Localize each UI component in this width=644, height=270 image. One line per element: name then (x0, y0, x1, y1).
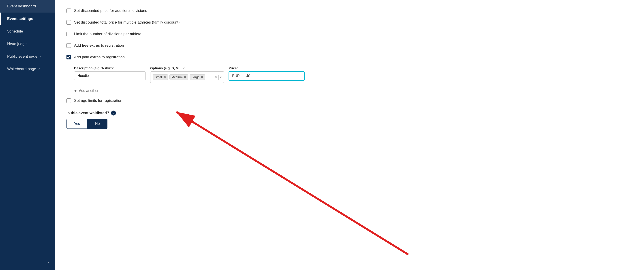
sidebar-collapse: ‹ (0, 258, 55, 266)
sidebar-item-public-event-page[interactable]: Public event page↗ (0, 50, 55, 63)
description-input[interactable] (74, 71, 146, 80)
add-another-label: Add another (79, 89, 98, 93)
tag-remove-large[interactable]: ✕ (201, 75, 203, 79)
options-field-group: Options (e.g. S, M, L): Small✕Medium✕Lar… (150, 66, 224, 83)
waitlisted-yes-button[interactable]: Yes (66, 119, 88, 129)
plus-icon: + (74, 88, 77, 93)
sidebar-item-schedule[interactable]: Schedule (0, 25, 55, 38)
option-tag-small: Small✕ (153, 74, 168, 80)
extras-section: Description (e.g. T-shirt): Options (e.g… (74, 66, 632, 93)
options-multiselect[interactable]: Small✕Medium✕Large✕ ✕ ▾ (150, 71, 224, 83)
discounted-total-price-label: Set discounted total price for multiple … (74, 20, 180, 25)
waitlisted-label: Is this event waitlisted? ? (66, 110, 632, 115)
discounted-price-divisions-checkbox[interactable] (66, 9, 71, 13)
sidebar-item-event-dashboard[interactable]: Event dashboard (0, 0, 55, 13)
help-icon[interactable]: ? (111, 110, 116, 115)
option-tag-large: Large✕ (190, 74, 205, 80)
free-extras-label: Add free extras to registration (74, 43, 124, 48)
description-label: Description (e.g. T-shirt): (74, 66, 146, 70)
discounted-total-price-checkbox[interactable] (66, 20, 71, 25)
options-label: Options (e.g. S, M, L): (150, 66, 224, 70)
paid-extras-checkbox[interactable] (66, 55, 71, 59)
discounted-price-divisions-label: Set discounted price for additional divi… (74, 8, 147, 14)
tag-remove-medium[interactable]: ✕ (184, 75, 186, 79)
free-extras-checkbox[interactable] (66, 43, 71, 48)
options-divider (218, 75, 219, 80)
sidebar-collapse-button[interactable]: ‹ (46, 258, 51, 266)
sidebar-item-event-settings[interactable]: Event settings (0, 13, 55, 25)
tag-label: Small (155, 75, 162, 79)
description-field-group: Description (e.g. T-shirt): (74, 66, 146, 80)
waitlisted-section: Is this event waitlisted? ? Yes No (66, 110, 632, 129)
tag-remove-small[interactable]: ✕ (164, 75, 166, 79)
price-currency: EUR (229, 72, 243, 80)
waitlisted-no-button[interactable]: No (88, 119, 107, 129)
waitlisted-label-text: Is this event waitlisted? (66, 111, 109, 115)
checkbox-row-free-extras: Add free extras to registration (66, 43, 632, 48)
limit-divisions-checkbox[interactable] (66, 32, 71, 36)
checkbox-row-paid-extras: Add paid extras to registration (66, 55, 632, 60)
option-tag-medium: Medium✕ (170, 74, 188, 80)
sidebar-item-whiteboard-page[interactable]: Whiteboard page↗ (0, 63, 55, 75)
options-controls: ✕ ▾ (214, 75, 222, 80)
sidebar-item-head-judge[interactable]: Head judge (0, 38, 55, 50)
tag-label: Large (192, 75, 200, 79)
options-clear-button[interactable]: ✕ (214, 75, 217, 79)
age-limits-checkbox[interactable] (66, 98, 71, 103)
checkbox-row-discounted-total-price: Set discounted total price for multiple … (66, 20, 632, 25)
extras-fields: Description (e.g. T-shirt): Options (e.g… (74, 66, 632, 83)
age-limits-label: Set age limits for registration (74, 98, 122, 103)
limit-divisions-label: Limit the number of divisions per athlet… (74, 31, 142, 37)
external-link-icon: ↗ (38, 68, 40, 71)
checkbox-row-discounted-price-divisions: Set discounted price for additional divi… (66, 8, 632, 14)
main-content: Set discounted price for additional divi… (55, 0, 644, 270)
price-label: Price: (228, 66, 305, 70)
price-input[interactable] (243, 72, 304, 80)
add-another-button[interactable]: + Add another (74, 88, 632, 93)
checkbox-row-limit-divisions: Limit the number of divisions per athlet… (66, 31, 632, 37)
age-limits-row: Set age limits for registration (66, 98, 632, 103)
sidebar: Event dashboardEvent settingsScheduleHea… (0, 0, 55, 270)
options-chevron-icon[interactable]: ▾ (220, 75, 222, 79)
waitlisted-btn-group: Yes No (66, 119, 632, 129)
price-input-wrap: EUR (228, 71, 305, 81)
price-field-group: Price: EUR (228, 66, 305, 81)
tag-label: Medium (172, 75, 183, 79)
external-link-icon: ↗ (39, 55, 42, 58)
paid-extras-label: Add paid extras to registration (74, 55, 125, 60)
svg-line-1 (176, 112, 408, 254)
